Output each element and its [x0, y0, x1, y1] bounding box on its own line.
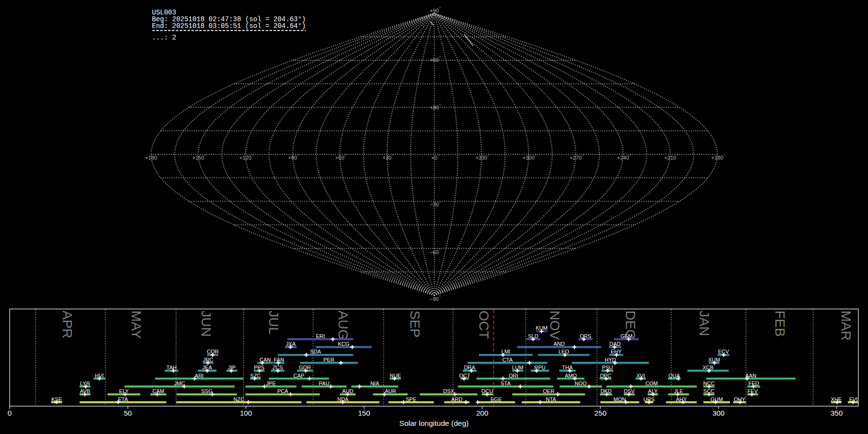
- svg-text:OCT: OCT: [476, 311, 491, 339]
- svg-text:EHY: EHY: [610, 349, 622, 354]
- svg-text:EGE: EGE: [490, 396, 502, 402]
- svg-text:°: °: [439, 6, 441, 11]
- svg-text:COM: COM: [645, 380, 658, 386]
- svg-text:°: °: [438, 154, 439, 159]
- svg-text:PSU: PSU: [602, 365, 613, 370]
- svg-text:JLE: JLE: [674, 388, 683, 394]
- svg-text:°: °: [392, 154, 393, 159]
- svg-text:JUL: JUL: [266, 311, 281, 335]
- svg-text:NCC: NCC: [703, 380, 715, 386]
- svg-text:HYD: HYD: [605, 357, 616, 363]
- svg-text:CTA: CTA: [502, 357, 513, 363]
- svg-text:GEM: GEM: [621, 333, 633, 339]
- svg-text:°: °: [439, 248, 441, 253]
- svg-text:CAP: CAP: [293, 373, 304, 379]
- svg-text:LUM: LUM: [512, 365, 523, 370]
- svg-text:DPC: DPC: [600, 373, 611, 379]
- svg-text:°: °: [535, 154, 537, 159]
- svg-text:350: 350: [830, 409, 842, 417]
- svg-text:THA: THA: [562, 365, 573, 370]
- svg-text:°: °: [439, 55, 441, 60]
- svg-text:°: °: [298, 154, 299, 159]
- svg-text:STA: STA: [501, 380, 511, 386]
- svg-text:XCB: XCB: [703, 365, 714, 370]
- svg-text:JIP: JIP: [228, 365, 236, 370]
- svg-text:XUM: XUM: [708, 357, 720, 363]
- svg-text:JRC: JRC: [203, 357, 213, 363]
- svg-text:NZC: NZC: [233, 396, 244, 402]
- svg-text:SSG: SSG: [201, 388, 212, 394]
- svg-text:URS: URS: [643, 396, 654, 402]
- svg-text:°: °: [677, 154, 678, 159]
- svg-text:KUM: KUM: [536, 325, 547, 331]
- svg-text:LEO: LEO: [558, 349, 569, 354]
- svg-text:KSE: KSE: [51, 396, 62, 402]
- svg-text:+0: +0: [431, 155, 437, 161]
- svg-text:JPE: JPE: [266, 380, 276, 386]
- svg-text:+300: +300: [523, 155, 535, 161]
- svg-text:°: °: [345, 154, 346, 159]
- svg-text:NTA: NTA: [546, 396, 556, 402]
- svg-text:AHY: AHY: [676, 396, 687, 402]
- svg-text:JMC: JMC: [174, 380, 185, 386]
- svg-text:+180: +180: [145, 155, 157, 161]
- svg-text:SZC: SZC: [250, 373, 261, 379]
- svg-text:ARI: ARI: [195, 373, 203, 379]
- svg-text:SEP: SEP: [407, 311, 422, 338]
- svg-text:CAN: CAN: [259, 357, 271, 363]
- svg-text:OCT: OCT: [459, 373, 471, 379]
- svg-text:ERI: ERI: [316, 333, 325, 339]
- svg-text:250: 250: [594, 409, 606, 417]
- svg-text:°: °: [158, 154, 159, 159]
- svg-text:ORS: ORS: [580, 333, 591, 339]
- svg-text:LYR: LYR: [80, 380, 90, 386]
- svg-text:DSV: DSV: [624, 388, 635, 394]
- svg-text:MAY: MAY: [129, 311, 144, 339]
- svg-text:AMO: AMO: [565, 373, 577, 379]
- svg-text:KCG: KCG: [338, 341, 350, 347]
- svg-text:GUM: GUM: [710, 396, 723, 402]
- svg-text:+240: +240: [617, 155, 629, 161]
- svg-text:+120: +120: [240, 155, 252, 161]
- svg-text:ECV: ECV: [718, 349, 729, 354]
- svg-text:°: °: [582, 154, 583, 159]
- svg-text:FEV: FEV: [747, 388, 758, 394]
- svg-text:RPU: RPU: [534, 365, 545, 370]
- svg-text:ORI: ORI: [509, 373, 518, 379]
- svg-text:°: °: [205, 154, 206, 159]
- svg-text:50: 50: [124, 409, 132, 417]
- svg-text:NOO: NOO: [575, 380, 587, 386]
- svg-text:°: °: [724, 154, 725, 159]
- svg-text:+270: +270: [570, 155, 582, 161]
- svg-text:SCC: SCC: [704, 388, 715, 394]
- svg-text:°: °: [439, 201, 441, 205]
- svg-text:ALY: ALY: [648, 388, 658, 394]
- svg-text:...: 2: ...: 2: [152, 34, 176, 41]
- svg-text:+330: +330: [475, 155, 488, 161]
- svg-text:°: °: [488, 154, 489, 159]
- svg-text:ETA: ETA: [118, 396, 128, 402]
- svg-text:AND: AND: [554, 341, 565, 347]
- svg-text:OCU: OCU: [481, 388, 493, 394]
- svg-text:HVI: HVI: [95, 373, 104, 379]
- svg-text:150: 150: [358, 409, 370, 417]
- svg-text:AUD: AUD: [342, 388, 353, 394]
- svg-text:+180: +180: [711, 155, 723, 161]
- svg-text:COR: COR: [207, 349, 219, 354]
- svg-text:PAU: PAU: [319, 380, 329, 386]
- svg-text:°: °: [439, 295, 441, 299]
- svg-text:GDR: GDR: [299, 365, 311, 370]
- svg-text:PCA: PCA: [277, 388, 288, 394]
- svg-text:DAD: DAD: [610, 341, 621, 347]
- svg-text:MAR: MAR: [839, 311, 854, 340]
- svg-text:AAN: AAN: [746, 373, 757, 379]
- svg-text:ZCS: ZCS: [272, 365, 283, 370]
- svg-text:CAM: CAM: [152, 388, 164, 394]
- svg-text:DRA: DRA: [464, 365, 475, 370]
- svg-text:End: 20251018 03:05:51 (sol =: End: 20251018 03:05:51 (sol = 204.64°): [152, 22, 306, 30]
- svg-text:AVB: AVB: [80, 388, 90, 394]
- svg-text:XVI: XVI: [637, 373, 645, 379]
- svg-text:FAN: FAN: [274, 357, 284, 363]
- svg-text:°: °: [439, 103, 441, 108]
- svg-text:−60: −60: [430, 249, 439, 255]
